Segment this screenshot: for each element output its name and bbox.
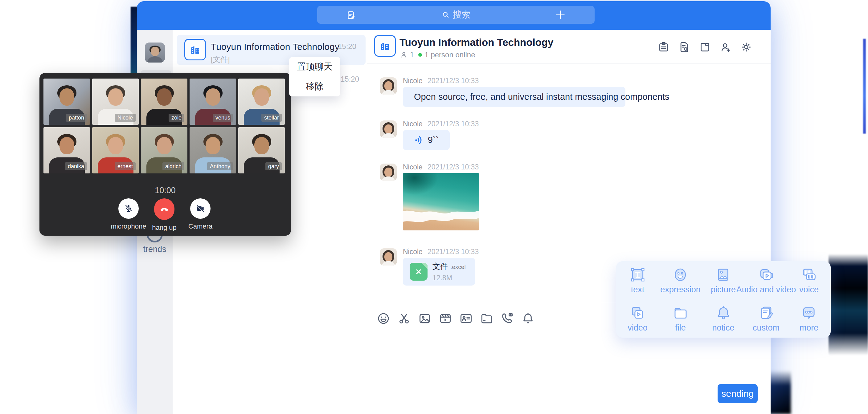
image-message-beach-photo[interactable] (403, 173, 479, 230)
panel-item-voice[interactable]: voice (799, 266, 819, 294)
hang-up-label: hang up (152, 224, 177, 232)
hang-up-button[interactable]: hang up (146, 198, 183, 232)
message-text: Nicole2021/12/3 10:33 Open source, free,… (380, 76, 625, 107)
voice-wave-icon (414, 135, 424, 145)
message-meta: Nicole2021/12/3 10:33 (403, 76, 625, 85)
current-user-avatar[interactable] (145, 42, 165, 63)
participant-tile[interactable]: danika (43, 127, 90, 173)
clipboard-edit-icon[interactable] (345, 10, 356, 22)
microphone-button[interactable]: microphone (110, 198, 147, 230)
panel-item-more[interactable]: more (800, 305, 819, 333)
screenshot-stage: 搜索 trends (0, 0, 868, 414)
file-icon (672, 305, 689, 321)
participant-tile[interactable]: Anthony (190, 127, 236, 173)
search-bar[interactable]: 搜索 (317, 6, 595, 24)
message-type-panel: text expression picture (616, 261, 831, 338)
panel-item-audio-video[interactable]: Audio and video (736, 266, 796, 294)
chat-header-actions (657, 41, 752, 53)
participant-name: Nicole (115, 114, 135, 122)
message-time: 2021/12/3 10:33 (428, 163, 479, 171)
participant-grid: patton Nicole zoie venus stellar danika … (43, 78, 285, 173)
panel-item-notice[interactable]: notice (712, 305, 734, 333)
beach-foam (403, 173, 479, 230)
send-file-folder-icon[interactable] (480, 312, 494, 325)
backdrop-right-blue-line (863, 39, 866, 134)
notification-bell-icon[interactable] (521, 312, 535, 325)
panel-item-text[interactable]: text (629, 266, 646, 294)
member-count: 1 (410, 51, 414, 59)
online-status: 1 person online (425, 51, 475, 59)
panel-item-expression[interactable]: expression (660, 266, 701, 294)
message-voice: Nicole2021/12/3 10:33 9`` (380, 120, 479, 150)
search-field[interactable]: 搜索 (441, 9, 471, 21)
trends-label: trends (137, 245, 173, 254)
participant-name: Anthony (207, 162, 233, 170)
chat-item-title: Tuoyun Information Technology (211, 41, 339, 52)
sender-avatar[interactable] (380, 77, 397, 95)
panel-item-file[interactable]: file (672, 305, 689, 333)
send-button[interactable]: sending (718, 384, 758, 403)
chat-header-divider (367, 63, 771, 64)
camera-button[interactable]: Camera (182, 198, 219, 230)
participant-tile[interactable]: zoie (141, 78, 187, 125)
participant-tile[interactable]: venus (190, 78, 236, 125)
sender-avatar[interactable] (380, 164, 397, 181)
send-video-clapper-icon[interactable] (439, 312, 452, 325)
participant-name: zoie (168, 114, 184, 122)
emoji-icon[interactable] (377, 312, 390, 325)
panel-item-custom[interactable]: custom (753, 305, 779, 333)
top-bar: 搜索 (137, 1, 771, 30)
contact-card-icon[interactable] (459, 312, 473, 325)
excel-file-icon (410, 263, 428, 281)
camera-label: Camera (188, 222, 212, 230)
participant-tile[interactable]: Nicole (92, 78, 139, 125)
audio-video-icon (758, 266, 775, 283)
search-icon (441, 10, 450, 19)
send-image-icon[interactable] (418, 312, 432, 325)
video-icon (629, 305, 646, 321)
camera-off-icon (195, 203, 205, 214)
add-member-icon[interactable] (719, 41, 732, 53)
panel-item-video[interactable]: video (627, 305, 648, 333)
picture-icon (715, 266, 732, 283)
video-call-phone-icon[interactable] (501, 312, 514, 325)
sender-name: Nicole (403, 77, 423, 85)
participant-tile[interactable]: stellar (238, 78, 285, 125)
screenshot-scissors-icon[interactable] (397, 312, 411, 325)
custom-icon (758, 305, 775, 321)
chat-history-search-icon[interactable] (678, 41, 690, 53)
message-meta: Nicole2021/12/3 10:33 (403, 163, 479, 171)
chat-header-building-icon (374, 35, 396, 57)
file-ext: .excel (450, 264, 466, 270)
participant-tile[interactable]: patton (43, 78, 90, 125)
online-dot (418, 53, 422, 57)
panel-item-picture[interactable]: picture (711, 266, 736, 294)
chat-item-time: 15:20 (338, 42, 356, 51)
backdrop-popup-dark-band (829, 254, 868, 355)
menu-item-pin-chat[interactable]: 置顶聊天 (289, 57, 340, 77)
group-notice-icon[interactable] (657, 41, 670, 53)
microphone-label: microphone (111, 222, 147, 230)
settings-gear-icon[interactable] (740, 41, 752, 53)
chat-item2-time: 15:20 (341, 75, 359, 84)
mic-muted-icon (124, 203, 133, 214)
add-plus-icon[interactable] (555, 9, 566, 22)
group-file-icon[interactable] (699, 41, 711, 53)
member-person-icon (400, 51, 407, 59)
participant-tile[interactable]: gary (238, 127, 285, 173)
file-name: 文件 (432, 262, 448, 270)
menu-item-remove[interactable]: 移除 (289, 77, 340, 96)
file-message-bubble[interactable]: 文件.excel 12.8M (403, 258, 475, 286)
more-icon (801, 305, 817, 321)
video-call-panel: patton Nicole zoie venus stellar danika … (39, 73, 291, 236)
participant-name: stellar (261, 114, 282, 122)
sender-avatar[interactable] (380, 248, 397, 265)
participant-tile[interactable]: aldrich (141, 127, 187, 173)
participant-name: ernest (115, 162, 135, 170)
text-message-bubble[interactable]: Open source, free, and universal instant… (403, 87, 625, 107)
sender-avatar[interactable] (380, 121, 397, 138)
participant-name: patton (66, 114, 87, 122)
participant-tile[interactable]: ernest (92, 127, 139, 173)
organization-building-icon (184, 39, 206, 60)
voice-message-bubble[interactable]: 9`` (403, 130, 450, 150)
